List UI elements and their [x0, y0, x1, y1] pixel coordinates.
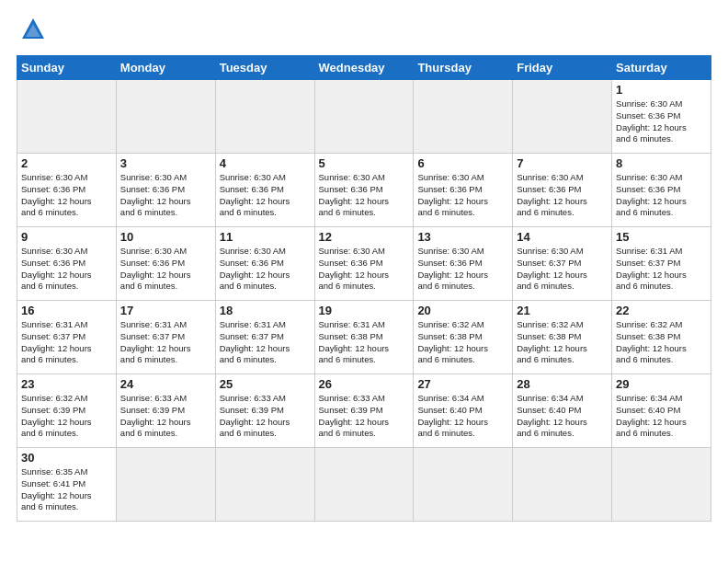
day-cell: 21Sunrise: 6:32 AM Sunset: 6:38 PM Dayli…: [513, 301, 612, 374]
day-info: Sunrise: 6:31 AM Sunset: 6:37 PM Dayligh…: [220, 319, 311, 366]
day-cell: 10Sunrise: 6:30 AM Sunset: 6:36 PM Dayli…: [116, 227, 215, 301]
day-number: 24: [120, 377, 211, 391]
day-info: Sunrise: 6:35 AM Sunset: 6:41 PM Dayligh…: [21, 466, 112, 513]
day-cell: 23Sunrise: 6:32 AM Sunset: 6:39 PM Dayli…: [17, 374, 117, 448]
day-cell: [215, 80, 314, 154]
day-number: 30: [21, 451, 112, 465]
week-row-6: 30Sunrise: 6:35 AM Sunset: 6:41 PM Dayli…: [17, 448, 711, 522]
day-number: 26: [319, 377, 410, 391]
day-number: 3: [120, 156, 211, 170]
day-info: Sunrise: 6:33 AM Sunset: 6:39 PM Dayligh…: [120, 393, 211, 440]
day-cell: 2Sunrise: 6:30 AM Sunset: 6:36 PM Daylig…: [17, 154, 117, 227]
day-number: 21: [517, 304, 608, 317]
day-number: 13: [417, 230, 508, 244]
day-cell: 20Sunrise: 6:32 AM Sunset: 6:38 PM Dayli…: [414, 301, 513, 374]
day-number: 19: [319, 304, 410, 317]
day-number: 14: [517, 230, 608, 244]
day-info: Sunrise: 6:34 AM Sunset: 6:40 PM Dayligh…: [517, 393, 608, 440]
day-number: 28: [517, 377, 608, 391]
day-info: Sunrise: 6:33 AM Sunset: 6:39 PM Dayligh…: [319, 393, 410, 440]
day-cell: 4Sunrise: 6:30 AM Sunset: 6:36 PM Daylig…: [215, 154, 314, 227]
day-cell: 15Sunrise: 6:31 AM Sunset: 6:37 PM Dayli…: [612, 227, 711, 301]
day-info: Sunrise: 6:30 AM Sunset: 6:36 PM Dayligh…: [120, 172, 211, 219]
day-info: Sunrise: 6:30 AM Sunset: 6:36 PM Dayligh…: [417, 172, 508, 219]
day-cell: 22Sunrise: 6:32 AM Sunset: 6:38 PM Dayli…: [612, 301, 711, 374]
day-cell: [116, 448, 215, 522]
day-number: 11: [220, 230, 311, 244]
day-cell: 5Sunrise: 6:30 AM Sunset: 6:36 PM Daylig…: [314, 154, 414, 227]
day-cell: 18Sunrise: 6:31 AM Sunset: 6:37 PM Dayli…: [215, 301, 314, 374]
day-cell: 1Sunrise: 6:30 AM Sunset: 6:36 PM Daylig…: [612, 80, 711, 154]
day-cell: [314, 80, 414, 154]
day-info: Sunrise: 6:31 AM Sunset: 6:38 PM Dayligh…: [319, 319, 410, 366]
day-info: Sunrise: 6:33 AM Sunset: 6:39 PM Dayligh…: [220, 393, 311, 440]
weekday-header-thursday: Thursday: [414, 56, 513, 80]
day-number: 1: [616, 83, 707, 97]
weekday-header-sunday: Sunday: [17, 56, 117, 80]
day-cell: [612, 448, 711, 522]
day-info: Sunrise: 6:30 AM Sunset: 6:36 PM Dayligh…: [319, 246, 410, 293]
day-info: Sunrise: 6:32 AM Sunset: 6:38 PM Dayligh…: [417, 319, 508, 366]
day-cell: 29Sunrise: 6:34 AM Sunset: 6:40 PM Dayli…: [612, 374, 711, 448]
day-info: Sunrise: 6:30 AM Sunset: 6:36 PM Dayligh…: [220, 172, 311, 219]
day-info: Sunrise: 6:30 AM Sunset: 6:36 PM Dayligh…: [120, 246, 211, 293]
week-row-5: 23Sunrise: 6:32 AM Sunset: 6:39 PM Dayli…: [17, 374, 711, 448]
day-cell: 19Sunrise: 6:31 AM Sunset: 6:38 PM Dayli…: [314, 301, 414, 374]
day-number: 5: [319, 156, 410, 170]
day-info: Sunrise: 6:30 AM Sunset: 6:37 PM Dayligh…: [517, 246, 608, 293]
day-cell: 17Sunrise: 6:31 AM Sunset: 6:37 PM Dayli…: [116, 301, 215, 374]
day-cell: 6Sunrise: 6:30 AM Sunset: 6:36 PM Daylig…: [414, 154, 513, 227]
day-cell: [116, 80, 215, 154]
day-info: Sunrise: 6:30 AM Sunset: 6:36 PM Dayligh…: [417, 246, 508, 293]
calendar: SundayMondayTuesdayWednesdayThursdayFrid…: [17, 55, 711, 522]
day-info: Sunrise: 6:31 AM Sunset: 6:37 PM Dayligh…: [21, 319, 112, 366]
logo-icon: [20, 17, 46, 46]
day-cell: 12Sunrise: 6:30 AM Sunset: 6:36 PM Dayli…: [314, 227, 414, 301]
day-info: Sunrise: 6:30 AM Sunset: 6:36 PM Dayligh…: [616, 172, 707, 219]
day-info: Sunrise: 6:31 AM Sunset: 6:37 PM Dayligh…: [120, 319, 211, 366]
day-info: Sunrise: 6:34 AM Sunset: 6:40 PM Dayligh…: [417, 393, 508, 440]
day-info: Sunrise: 6:34 AM Sunset: 6:40 PM Dayligh…: [616, 393, 707, 440]
logo-text: [17, 17, 48, 46]
day-cell: 7Sunrise: 6:30 AM Sunset: 6:36 PM Daylig…: [513, 154, 612, 227]
day-number: 23: [21, 377, 112, 391]
day-cell: 3Sunrise: 6:30 AM Sunset: 6:36 PM Daylig…: [116, 154, 215, 227]
weekday-header-saturday: Saturday: [612, 56, 711, 80]
day-info: Sunrise: 6:32 AM Sunset: 6:38 PM Dayligh…: [517, 319, 608, 366]
weekday-header-monday: Monday: [116, 56, 215, 80]
week-row-2: 2Sunrise: 6:30 AM Sunset: 6:36 PM Daylig…: [17, 154, 711, 227]
day-info: Sunrise: 6:32 AM Sunset: 6:38 PM Dayligh…: [616, 319, 707, 366]
day-cell: 24Sunrise: 6:33 AM Sunset: 6:39 PM Dayli…: [116, 374, 215, 448]
day-number: 27: [417, 377, 508, 391]
day-info: Sunrise: 6:30 AM Sunset: 6:36 PM Dayligh…: [319, 172, 410, 219]
day-number: 12: [319, 230, 410, 244]
day-info: Sunrise: 6:30 AM Sunset: 6:36 PM Dayligh…: [21, 246, 112, 293]
header: [17, 17, 711, 46]
week-row-3: 9Sunrise: 6:30 AM Sunset: 6:36 PM Daylig…: [17, 227, 711, 301]
day-number: 7: [517, 156, 608, 170]
day-info: Sunrise: 6:31 AM Sunset: 6:37 PM Dayligh…: [616, 246, 707, 293]
day-number: 18: [220, 304, 311, 317]
day-cell: 9Sunrise: 6:30 AM Sunset: 6:36 PM Daylig…: [17, 227, 117, 301]
day-cell: [414, 448, 513, 522]
day-info: Sunrise: 6:30 AM Sunset: 6:36 PM Dayligh…: [517, 172, 608, 219]
day-cell: 11Sunrise: 6:30 AM Sunset: 6:36 PM Dayli…: [215, 227, 314, 301]
day-number: 16: [21, 304, 112, 317]
week-row-4: 16Sunrise: 6:31 AM Sunset: 6:37 PM Dayli…: [17, 301, 711, 374]
day-cell: 16Sunrise: 6:31 AM Sunset: 6:37 PM Dayli…: [17, 301, 117, 374]
day-cell: 8Sunrise: 6:30 AM Sunset: 6:36 PM Daylig…: [612, 154, 711, 227]
day-cell: 28Sunrise: 6:34 AM Sunset: 6:40 PM Dayli…: [513, 374, 612, 448]
day-number: 22: [616, 304, 707, 317]
day-cell: 27Sunrise: 6:34 AM Sunset: 6:40 PM Dayli…: [414, 374, 513, 448]
day-cell: 14Sunrise: 6:30 AM Sunset: 6:37 PM Dayli…: [513, 227, 612, 301]
day-info: Sunrise: 6:32 AM Sunset: 6:39 PM Dayligh…: [21, 393, 112, 440]
day-cell: 25Sunrise: 6:33 AM Sunset: 6:39 PM Dayli…: [215, 374, 314, 448]
day-cell: 30Sunrise: 6:35 AM Sunset: 6:41 PM Dayli…: [17, 448, 117, 522]
day-number: 10: [120, 230, 211, 244]
day-cell: [513, 80, 612, 154]
day-info: Sunrise: 6:30 AM Sunset: 6:36 PM Dayligh…: [220, 246, 311, 293]
day-cell: [314, 448, 414, 522]
page: SundayMondayTuesdayWednesdayThursdayFrid…: [0, 0, 728, 531]
weekday-header-friday: Friday: [513, 56, 612, 80]
day-number: 9: [21, 230, 112, 244]
